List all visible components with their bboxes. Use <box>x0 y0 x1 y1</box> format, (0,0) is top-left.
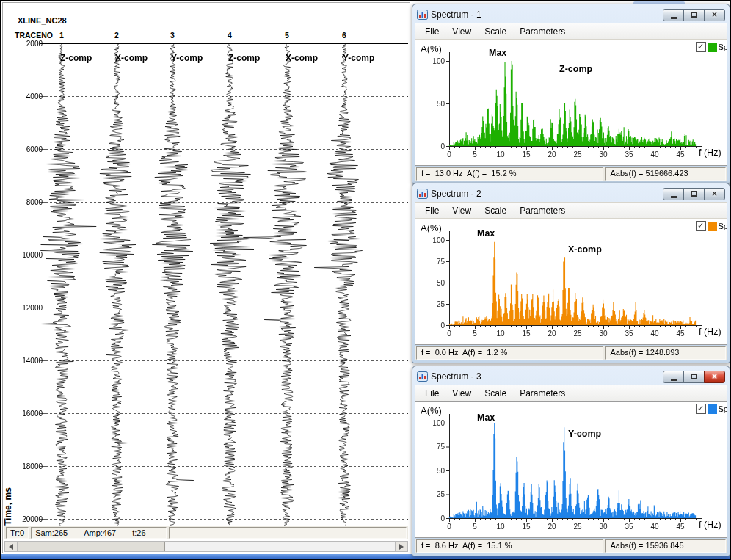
x-axis-label: f (Hz) <box>699 520 721 530</box>
max-annotation: Max <box>477 228 495 239</box>
series-checkbox[interactable]: ✓ <box>696 404 706 414</box>
menu-view[interactable]: View <box>445 387 478 400</box>
series-color-swatch <box>708 222 717 231</box>
max-annotation: Max <box>489 48 506 58</box>
spectrum-window-3: Spectrum - 3 × File View Scale Parameter… <box>412 366 730 556</box>
minimize-button[interactable] <box>663 371 684 383</box>
aabs-readout: Aabs(f) = 1248.893 <box>605 346 726 360</box>
plot-area: A(%) f (Hz) Max X-comp ✓ Sp <box>415 219 727 345</box>
status-bar: f = 13.0 Hz A(f) = 15.2 % Aabs(f) = 5196… <box>415 167 727 181</box>
time-axis-label: Time, ms <box>3 487 13 526</box>
y-axis-label: A(%) <box>421 43 442 54</box>
seismic-status-bar: Tr:0 Sam:265Amp:467t:26 <box>4 526 408 539</box>
scroll-right-button[interactable] <box>395 542 407 551</box>
minimize-icon <box>671 379 677 381</box>
series-color-swatch <box>708 404 717 414</box>
menu-scale[interactable]: Scale <box>478 387 513 400</box>
status-spacer <box>169 527 407 539</box>
scroll-right-icon <box>399 544 404 550</box>
window-controls: × <box>663 371 725 383</box>
series-legend: ✓ Sp <box>696 404 727 414</box>
menu-bar: File View Scale Parameters <box>415 23 727 40</box>
menu-bar: File View Scale Parameters <box>415 385 727 401</box>
desktop: XLINE_NC28 TRACENO 123456 Time, ms Tr:0 … <box>0 0 731 560</box>
maximize-icon <box>691 191 697 197</box>
max-annotation: Max <box>477 412 495 423</box>
series-legend: ✓ Sp <box>696 221 727 231</box>
maximize-button[interactable] <box>683 371 705 383</box>
menu-bar: File View Scale Parameters <box>415 202 727 219</box>
close-button[interactable]: × <box>704 188 725 200</box>
status-amp: Amp:467 <box>84 528 116 537</box>
menu-scale[interactable]: Scale <box>478 204 513 217</box>
maximize-button[interactable] <box>683 9 705 21</box>
spectrum-plot-canvas[interactable] <box>415 219 727 344</box>
close-button[interactable]: × <box>704 9 725 21</box>
minimize-icon <box>671 196 677 198</box>
minimize-icon <box>671 17 677 19</box>
series-label: Sp <box>719 222 727 230</box>
maximize-icon <box>691 12 697 18</box>
menu-parameters[interactable]: Parameters <box>513 25 572 38</box>
menu-file[interactable]: File <box>418 204 445 217</box>
series-checkbox[interactable]: ✓ <box>696 221 706 231</box>
horizontal-scrollbar[interactable] <box>4 541 408 552</box>
x-axis-label: f (Hz) <box>699 327 721 337</box>
window-controls: × <box>663 9 725 21</box>
window-title: Spectrum - 3 <box>431 371 481 382</box>
seismic-traces-canvas[interactable] <box>13 37 411 533</box>
spectrum-window-2: Spectrum - 2 × File View Scale Parameter… <box>412 183 730 363</box>
spectrum-window-icon <box>417 189 428 199</box>
minimize-button[interactable] <box>663 188 684 200</box>
status-sam: Sam:265 <box>35 528 68 537</box>
cursor-readout: f = 0.0 Hz A(f) = 1.2 % <box>416 346 603 360</box>
status-bar: f = 8.6 Hz A(f) = 15.1 % Aabs(f) = 15936… <box>415 539 727 553</box>
series-legend: ✓ Sp <box>696 42 727 52</box>
menu-file[interactable]: File <box>418 25 445 38</box>
scroll-left-icon <box>9 544 13 550</box>
window-title: Spectrum - 1 <box>431 10 481 20</box>
spectrum-window-1: Spectrum - 1 × File View Scale Parameter… <box>412 4 730 184</box>
plot-area: A(%) f (Hz) Max Y-comp ✓ Sp <box>415 401 727 538</box>
series-color-swatch <box>708 43 717 52</box>
y-axis-label: A(%) <box>421 405 442 416</box>
scroll-left-button[interactable] <box>5 542 18 551</box>
aabs-readout: Aabs(f) = 15936.845 <box>605 539 726 553</box>
cursor-readout: f = 8.6 Hz A(f) = 15.1 % <box>416 539 603 553</box>
menu-file[interactable]: File <box>418 387 445 400</box>
status-trace-readout: Tr:0 <box>6 527 29 539</box>
titlebar[interactable]: Spectrum - 1 × <box>415 7 727 23</box>
menu-parameters[interactable]: Parameters <box>513 204 572 217</box>
menu-scale[interactable]: Scale <box>478 25 513 38</box>
maximize-icon <box>691 374 697 379</box>
series-label: Sp <box>719 404 727 413</box>
minimize-button[interactable] <box>663 9 684 21</box>
close-button[interactable]: × <box>704 371 725 383</box>
y-axis-label: A(%) <box>421 222 442 233</box>
titlebar[interactable]: Spectrum - 2 × <box>415 186 727 202</box>
maximize-button[interactable] <box>683 188 705 200</box>
spectrum-window-icon <box>417 371 428 382</box>
series-label: Sp <box>719 43 727 51</box>
window-title: Spectrum - 2 <box>431 189 481 199</box>
status-sample-readout: Sam:265Amp:467t:26 <box>31 527 166 539</box>
window-controls: × <box>663 188 725 200</box>
status-bar: f = 0.0 Hz A(f) = 1.2 % Aabs(f) = 1248.8… <box>415 346 727 360</box>
spectrum-plot-canvas[interactable] <box>415 40 727 165</box>
menu-parameters[interactable]: Parameters <box>513 387 572 400</box>
cursor-readout: f = 13.0 Hz A(f) = 15.2 % <box>416 167 603 181</box>
component-annotation: Y-comp <box>568 429 601 439</box>
x-axis-label: f (Hz) <box>699 148 721 158</box>
status-time: t:26 <box>132 528 145 537</box>
plot-area: A(%) f (Hz) Max Z-comp ✓ Sp <box>415 40 727 166</box>
spectrum-plot-canvas[interactable] <box>415 402 727 537</box>
menu-view[interactable]: View <box>445 204 478 217</box>
series-checkbox[interactable]: ✓ <box>696 42 706 52</box>
component-annotation: X-comp <box>568 244 602 255</box>
titlebar[interactable]: Spectrum - 3 × <box>415 368 727 385</box>
menu-view[interactable]: View <box>445 25 478 38</box>
seismic-window: XLINE_NC28 TRACENO 123456 Time, ms Tr:0 … <box>2 2 410 553</box>
scroll-thumb[interactable] <box>18 542 165 551</box>
spectrum-window-icon <box>417 10 428 20</box>
seismic-line-title: XLINE_NC28 <box>18 16 67 25</box>
